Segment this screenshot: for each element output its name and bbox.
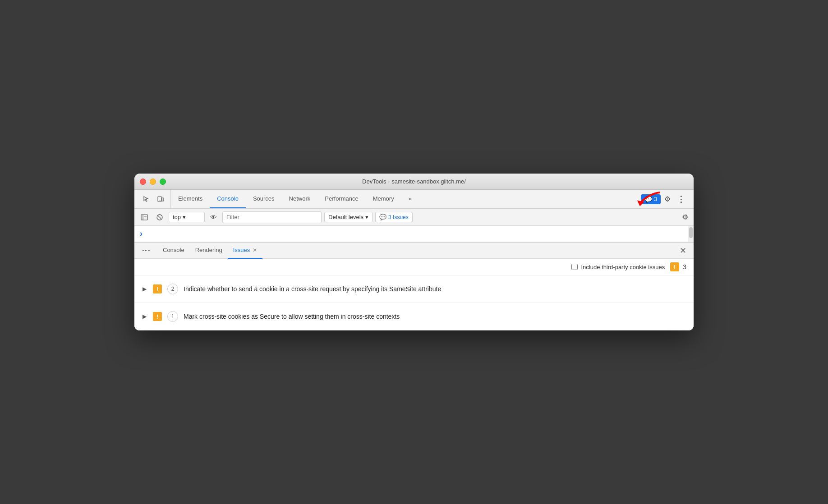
close-button[interactable] bbox=[140, 179, 146, 185]
issue-1-expand-button[interactable]: ▶ bbox=[142, 285, 147, 293]
drawer-close-icon: ✕ bbox=[680, 246, 686, 255]
issues-total-count: 3 bbox=[683, 263, 686, 270]
warning-triangle-icon: ! bbox=[670, 262, 679, 271]
levels-dropdown-icon: ▾ bbox=[365, 214, 368, 220]
drawer: ⋮ Console Rendering Issues ✕ ✕ bbox=[134, 242, 694, 330]
issues-badge-icon: 💬 bbox=[644, 196, 652, 203]
minimize-button[interactable] bbox=[150, 179, 156, 185]
device-mode-button[interactable] bbox=[154, 194, 167, 205]
clear-console-button[interactable] bbox=[153, 212, 166, 223]
issues-list: ▶ ! 2 Indicate whether to send a cookie … bbox=[134, 275, 694, 330]
include-third-party-label[interactable]: Include third-party cookie issues bbox=[571, 264, 665, 270]
nav-bar-wrapper: Elements Console Sources Network Perform… bbox=[134, 190, 694, 209]
window-controls bbox=[140, 179, 166, 185]
svg-line-9 bbox=[158, 216, 161, 219]
maximize-button[interactable] bbox=[160, 179, 166, 185]
issue-2-expand-button[interactable]: ▶ bbox=[142, 312, 147, 321]
console-settings-button[interactable]: ⚙ bbox=[680, 211, 690, 223]
issue-1-text: Indicate whether to send a cookie in a c… bbox=[184, 284, 441, 294]
sidebar-icon bbox=[141, 214, 148, 221]
issues-warning-icon: ! bbox=[670, 262, 679, 271]
issue-1-warning-icon: ! bbox=[153, 284, 162, 293]
svg-text:!: ! bbox=[674, 264, 676, 270]
scrollbar[interactable] bbox=[688, 226, 694, 242]
nav-tabs: Elements Console Sources Network Perform… bbox=[171, 190, 637, 208]
drawer-close-button[interactable]: ✕ bbox=[676, 244, 690, 257]
clear-icon bbox=[156, 214, 163, 221]
scrollbar-thumb bbox=[689, 227, 693, 238]
tab-sources[interactable]: Sources bbox=[246, 190, 282, 208]
devtools-window: DevTools - samesite-sandbox.glitch.me/ bbox=[134, 174, 694, 330]
issue-item-2[interactable]: ▶ ! 1 Mark cross-site cookies as Secure … bbox=[134, 303, 694, 330]
tab-memory[interactable]: Memory bbox=[366, 190, 401, 208]
drawer-menu-button[interactable]: ⋮ bbox=[139, 243, 153, 258]
inspect-element-button[interactable] bbox=[140, 194, 152, 205]
settings-button[interactable]: ⚙ bbox=[662, 193, 672, 205]
devtools-body: Elements Console Sources Network Perform… bbox=[134, 190, 694, 330]
dropdown-arrow-icon: ▾ bbox=[183, 214, 186, 220]
drawer-tabs: ⋮ Console Rendering Issues ✕ ✕ bbox=[134, 243, 694, 259]
eye-button[interactable]: 👁 bbox=[207, 211, 220, 223]
drawer-tab-issues-close[interactable]: ✕ bbox=[253, 247, 257, 253]
device-icon bbox=[157, 196, 164, 203]
drawer-menu-icon: ⋮ bbox=[142, 246, 151, 255]
nav-bar: Elements Console Sources Network Perform… bbox=[134, 190, 694, 209]
drawer-tab-rendering[interactable]: Rendering bbox=[190, 243, 228, 259]
tab-network[interactable]: Network bbox=[282, 190, 318, 208]
issue-2-text: Mark cross-site cookies as Secure to all… bbox=[184, 312, 400, 321]
issue-1-count: 2 bbox=[167, 284, 178, 294]
tab-more[interactable]: » bbox=[401, 190, 419, 208]
svg-rect-4 bbox=[141, 215, 147, 220]
nav-right: 💬 3 ⚙ ⋮ bbox=[637, 190, 692, 208]
cursor-icon bbox=[143, 196, 150, 203]
more-icon: ⋮ bbox=[677, 195, 685, 204]
issue-2-warning-icon: ! bbox=[153, 312, 162, 321]
drawer-tab-console[interactable]: Console bbox=[157, 243, 190, 259]
issues-badge-button[interactable]: 💬 3 bbox=[641, 194, 661, 204]
warning-icon-svg-2: ! bbox=[153, 312, 162, 321]
svg-text:!: ! bbox=[156, 286, 158, 293]
console-toolbar: top ▾ 👁 Default levels ▾ 💬 3 Issues ⚙ bbox=[134, 209, 694, 226]
issues-count-area: ! 3 bbox=[670, 262, 686, 271]
tab-console[interactable]: Console bbox=[210, 190, 246, 208]
levels-selector[interactable]: Default levels ▾ bbox=[324, 212, 373, 222]
eye-icon: 👁 bbox=[210, 213, 217, 221]
svg-text:!: ! bbox=[156, 313, 158, 320]
gear-icon: ⚙ bbox=[664, 195, 671, 203]
issues-header: Include third-party cookie issues ! 3 bbox=[134, 259, 694, 275]
console-chevron: › bbox=[140, 229, 143, 238]
include-third-party-checkbox[interactable] bbox=[571, 264, 578, 270]
window-title: DevTools - samesite-sandbox.glitch.me/ bbox=[362, 178, 466, 185]
console-issues-icon: 💬 bbox=[379, 214, 386, 220]
filter-input[interactable] bbox=[222, 211, 322, 223]
more-options-button[interactable]: ⋮ bbox=[674, 192, 688, 206]
sidebar-toggle-button[interactable] bbox=[138, 212, 151, 223]
console-issues-button[interactable]: 💬 3 Issues bbox=[375, 212, 413, 222]
issue-2-count: 1 bbox=[167, 311, 178, 322]
warning-icon-svg: ! bbox=[153, 284, 162, 293]
svg-rect-1 bbox=[162, 198, 164, 201]
issue-item-1[interactable]: ▶ ! 2 Indicate whether to send a cookie … bbox=[134, 275, 694, 303]
console-gear-icon: ⚙ bbox=[682, 213, 688, 221]
tab-elements[interactable]: Elements bbox=[171, 190, 210, 208]
console-input-row: › bbox=[134, 226, 694, 242]
context-selector[interactable]: top ▾ bbox=[169, 212, 205, 222]
titlebar: DevTools - samesite-sandbox.glitch.me/ bbox=[134, 174, 694, 190]
tab-performance[interactable]: Performance bbox=[317, 190, 365, 208]
drawer-tab-issues[interactable]: Issues ✕ bbox=[228, 243, 263, 259]
nav-left-icons bbox=[136, 190, 171, 208]
